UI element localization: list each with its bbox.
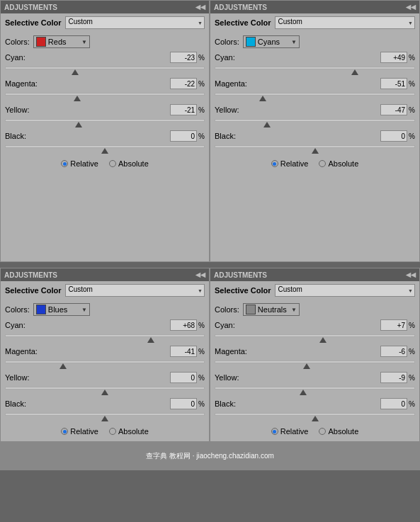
top-left-absolute-radio[interactable] xyxy=(109,160,116,167)
top-left-preset-wrapper[interactable]: Custom xyxy=(65,16,205,29)
bottom-left-relative-radio[interactable] xyxy=(61,428,68,435)
bottom-right-colors-label: Colors: xyxy=(215,305,239,314)
bottom-right-absolute-option[interactable]: Absolute xyxy=(319,427,358,436)
bottom-right-collapse-icon[interactable]: ◀◀ xyxy=(406,271,416,278)
top-right-radio-row: Relative Absolute xyxy=(210,155,419,174)
bottom-right-cyan-value[interactable]: +7 xyxy=(380,319,407,331)
bottom-right-relative-option[interactable]: Relative xyxy=(271,427,309,436)
bottom-right-color-dropdown[interactable]: Neutrals ▼ xyxy=(243,303,300,316)
top-left-preset-select[interactable]: Custom xyxy=(65,16,205,29)
top-left-yellow-row: Yellow: -21 % xyxy=(1,103,209,127)
bottom-left-magenta-slider[interactable] xyxy=(5,358,205,369)
bottom-left-yellow-value[interactable]: 0 xyxy=(170,372,197,383)
bottom-right-color-arrow: ▼ xyxy=(291,307,297,313)
top-left-color-name: Reds xyxy=(48,38,79,46)
bottom-right-color-name: Neutrals xyxy=(258,305,289,314)
top-left-color-dropdown[interactable]: Reds ▼ xyxy=(33,35,90,48)
top-left-colors-row: Colors: Reds ▼ xyxy=(1,32,209,50)
bottom-right-preset-wrapper[interactable]: Custom xyxy=(275,284,415,297)
top-left-relative-radio[interactable] xyxy=(61,160,68,167)
bottom-right-title-section: Selective Color Custom xyxy=(210,281,419,300)
top-right-preset-select[interactable]: Custom xyxy=(275,16,415,29)
top-left-black-value-box: 0 % xyxy=(170,130,205,142)
bottom-right-black-row: Black: 0 % xyxy=(210,397,419,421)
bottom-left-preset-wrapper[interactable]: Custom xyxy=(65,284,205,297)
bottom-left-yellow-label: Yellow: xyxy=(5,373,44,382)
top-right-yellow-value[interactable]: -47 xyxy=(380,104,407,115)
bottom-left-cyan-slider[interactable] xyxy=(5,331,205,343)
top-left-yellow-percent: % xyxy=(198,106,205,114)
bottom-left-title-section: Selective Color Custom xyxy=(1,281,209,300)
top-right-cyan-slider[interactable] xyxy=(215,64,415,75)
top-left-yellow-value[interactable]: -21 xyxy=(170,104,197,115)
top-left-magenta-slider[interactable] xyxy=(5,90,205,101)
bottom-left-relative-option[interactable]: Relative xyxy=(61,427,98,436)
top-left-absolute-label: Absolute xyxy=(118,159,149,168)
top-left-magenta-row: Magenta: -22 % xyxy=(1,76,209,101)
top-right-color-arrow: ▼ xyxy=(291,39,297,45)
top-right-preset-wrapper[interactable]: Custom xyxy=(275,16,415,29)
bottom-right-relative-radio[interactable] xyxy=(271,428,278,435)
bottom-right-cyan-slider[interactable] xyxy=(215,331,415,343)
top-right-black-value[interactable]: 0 xyxy=(380,130,407,142)
bottom-right-yellow-slider[interactable] xyxy=(215,384,415,395)
top-left-black-slider[interactable] xyxy=(5,142,205,154)
top-left-black-percent: % xyxy=(198,132,205,140)
bottom-right-magenta-value[interactable]: -6 xyxy=(380,346,407,357)
top-left-cyan-slider[interactable] xyxy=(5,64,205,75)
top-right-absolute-radio[interactable] xyxy=(319,160,326,167)
bottom-left-header: ADJUSTMENTS ◀◀ xyxy=(1,268,209,281)
top-right-absolute-option[interactable]: Absolute xyxy=(319,159,358,168)
top-right-color-name: Cyans xyxy=(258,38,289,46)
top-right-magenta-slider[interactable] xyxy=(215,90,415,101)
top-right-black-slider[interactable] xyxy=(215,142,415,154)
top-right-relative-option[interactable]: Relative xyxy=(271,159,309,168)
bottom-left-yellow-slider[interactable] xyxy=(5,384,205,395)
bottom-right-yellow-label: Yellow: xyxy=(215,373,254,382)
bottom-left-cyan-value[interactable]: +68 xyxy=(170,319,197,331)
top-right-magenta-value[interactable]: -51 xyxy=(380,78,407,89)
bottom-left-black-value[interactable]: 0 xyxy=(170,398,197,409)
top-left-cyan-value[interactable]: -23 xyxy=(170,52,197,63)
bottom-right-relative-label: Relative xyxy=(280,427,309,436)
top-right-color-dropdown[interactable]: Cyans ▼ xyxy=(243,35,300,48)
top-right-yellow-slider[interactable] xyxy=(215,116,415,127)
bottom-right-header-title: ADJUSTMENTS xyxy=(214,271,267,279)
bottom-right-absolute-radio[interactable] xyxy=(319,428,326,435)
collapse-icon[interactable]: ◀◀ xyxy=(195,4,205,11)
bottom-right-preset-select[interactable]: Custom xyxy=(275,284,415,297)
bottom-left-absolute-radio[interactable] xyxy=(109,428,116,435)
top-left-black-value[interactable]: 0 xyxy=(170,130,197,142)
bottom-left-black-slider[interactable] xyxy=(5,410,205,421)
bottom-left-magenta-value[interactable]: -41 xyxy=(170,346,197,357)
bottom-left-magenta-row: Magenta: -41 % xyxy=(1,344,209,369)
bottom-left-collapse-icon[interactable]: ◀◀ xyxy=(195,271,205,278)
bottom-left-color-dropdown[interactable]: Blues ▼ xyxy=(33,303,90,316)
top-right-black-row: Black: 0 % xyxy=(210,129,419,154)
bottom-left-cyan-row: Cyan: +68 % xyxy=(1,318,209,343)
bottom-right-magenta-slider[interactable] xyxy=(215,358,415,369)
top-left-absolute-option[interactable]: Absolute xyxy=(109,159,149,168)
top-left-yellow-slider[interactable] xyxy=(5,116,205,127)
bottom-right-yellow-value[interactable]: -9 xyxy=(380,372,407,383)
top-right-relative-radio[interactable] xyxy=(271,160,278,167)
top-left-title-section: Selective Color Custom xyxy=(1,13,209,32)
top-right-color-swatch xyxy=(246,37,256,47)
bottom-right-black-value[interactable]: 0 xyxy=(380,398,407,409)
bottom-right-black-slider[interactable] xyxy=(215,410,415,421)
bottom-left-absolute-option[interactable]: Absolute xyxy=(109,427,149,436)
top-right-panel: ADJUSTMENTS ◀◀ Selective Color Custom Co… xyxy=(210,0,420,262)
top-left-relative-option[interactable]: Relative xyxy=(61,159,98,168)
top-left-magenta-value[interactable]: -22 xyxy=(170,78,197,89)
top-right-colors-row: Colors: Cyans ▼ xyxy=(210,32,419,50)
bottom-left-preset-select[interactable]: Custom xyxy=(65,284,205,297)
top-right-collapse-icon[interactable]: ◀◀ xyxy=(406,4,416,11)
top-left-cyan-percent: % xyxy=(198,54,205,62)
bottom-left-colors-row: Colors: Blues ▼ xyxy=(1,300,209,318)
bottom-right-yellow-row: Yellow: -9 % xyxy=(210,370,419,395)
top-left-radio-row: Relative Absolute xyxy=(1,155,209,174)
bottom-left-black-row: Black: 0 % xyxy=(1,397,209,421)
bottom-right-cyan-label: Cyan: xyxy=(215,321,254,329)
top-right-cyan-value[interactable]: +49 xyxy=(380,52,407,63)
top-left-panel: ADJUSTMENTS ◀◀ Selective Color Custom Co… xyxy=(0,0,210,262)
